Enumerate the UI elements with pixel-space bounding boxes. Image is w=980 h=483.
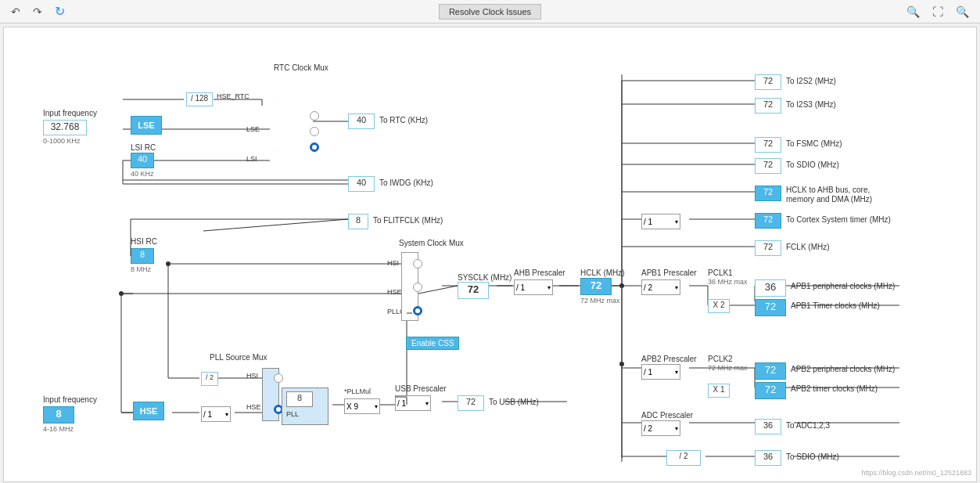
pll-hse-label: HSE xyxy=(246,403,261,411)
i2s2-value: 72 xyxy=(755,74,781,90)
watermark-text: https://blog.csdn.net/m0_12521883 xyxy=(861,469,971,477)
hclk-ahb-value: 72 xyxy=(755,186,781,201)
svg-point-73 xyxy=(119,291,124,296)
rtc-mux-shape xyxy=(270,98,285,151)
hse-freq-value[interactable]: 8 xyxy=(43,406,74,424)
fsmc-value: 72 xyxy=(755,137,781,153)
sysclk-label: SYSCLK (MHz) xyxy=(458,273,512,282)
zoom-out-button[interactable]: 🔍 xyxy=(953,4,972,20)
cortex-div-dropdown[interactable]: / 1 xyxy=(641,214,680,229)
rtc-radio-hse[interactable] xyxy=(310,111,319,121)
usb-value: 72 xyxy=(458,395,484,411)
pclk1-max-label: 36 MHz max xyxy=(708,278,748,286)
sys-radio-pll[interactable] xyxy=(413,306,422,315)
usb-prescaler-label: USB Prescaler xyxy=(395,384,447,393)
usb-label: To USB (MHz) xyxy=(489,398,539,406)
sdio-top-value: 72 xyxy=(755,158,781,174)
iwdg-out-label: To IWDG (KHz) xyxy=(379,178,433,187)
hsi-rc-label: HSI RC xyxy=(131,237,157,246)
pll-src-mux-label: PLL Source Mux xyxy=(210,353,267,362)
refresh-button[interactable]: ↻ xyxy=(52,2,68,20)
lse-input-freq-label: Input frequency xyxy=(43,109,97,117)
lse-range-label: 0-1000 KHz xyxy=(43,137,81,145)
undo-button[interactable]: ↶ xyxy=(8,2,23,20)
flit-out-value: 8 xyxy=(348,214,368,229)
apb2-timer-label: APB2 timer clocks (MHz) xyxy=(791,384,878,393)
sysclk-value: 72 xyxy=(458,282,489,299)
sys-radio-hse[interactable] xyxy=(413,283,422,292)
pll-val-inner: 8 xyxy=(286,391,313,407)
apb1-prescaler-label: APB1 Prescaler xyxy=(641,269,697,277)
hse-input-freq-label: Input frequency xyxy=(43,395,97,404)
apb2-timer-value: 72 xyxy=(755,382,786,399)
fit-button[interactable]: ⛶ xyxy=(929,4,946,20)
rtc-radio-lsi[interactable] xyxy=(310,142,319,152)
pll-mul-dropdown[interactable]: X 9 xyxy=(344,398,380,414)
lse-block: LSE xyxy=(131,116,162,135)
toolbar: ↶ ↷ ↻ Resolve Clock Issues 🔍 ⛶ 🔍 xyxy=(0,0,980,23)
lse-freq-value[interactable]: 32.768 xyxy=(43,120,87,135)
hse-block: HSE xyxy=(133,402,164,420)
zoom-in-button[interactable]: 🔍 xyxy=(903,4,923,20)
svg-point-66 xyxy=(619,283,624,288)
sys-radio-hsi[interactable] xyxy=(413,259,422,269)
pll-block: 8 PLL xyxy=(282,387,328,425)
fclk-value: 72 xyxy=(755,240,781,256)
pll-mul-label: *PLLMul xyxy=(344,387,371,395)
apb1-timer-label: APB1 Timer clocks (MHz) xyxy=(791,301,880,310)
cortex-timer-label: To Cortex System timer (MHz) xyxy=(786,215,891,224)
apb1-periph-value: 36 xyxy=(755,279,786,297)
pclk1-label: PCLK1 xyxy=(708,269,733,277)
pll-inner-label: PLL xyxy=(286,410,332,418)
hse-rtc-label: HSE_RTC xyxy=(217,92,249,100)
apb1-x2-box: X 2 xyxy=(708,299,730,313)
apb2-periph-value: 72 xyxy=(755,362,786,380)
cortex-timer-value: 72 xyxy=(755,213,781,229)
svg-line-7 xyxy=(203,219,348,231)
hsi-mux-label: HSI xyxy=(387,259,399,267)
lsi-value: 40 xyxy=(131,153,154,168)
hclk-label: HCLK (MHz) xyxy=(580,269,625,277)
iwdg-out-value: 40 xyxy=(348,176,375,192)
usb-div-dropdown[interactable]: / 1 xyxy=(395,395,431,411)
pclk2-max-label: 72 MHz max xyxy=(708,364,748,372)
adc-div-dropdown[interactable]: / 2 xyxy=(641,420,680,436)
adc-label: To ADC1,2,3 xyxy=(786,421,830,430)
svg-point-67 xyxy=(166,261,171,266)
ahb-div-dropdown[interactable]: / 1 xyxy=(514,279,553,295)
apb2-periph-label: APB2 peripheral clocks (MHz) xyxy=(791,365,895,373)
enable-css-button[interactable]: Enable CSS xyxy=(406,337,459,350)
lsi-mux-label: LSI xyxy=(246,155,257,163)
hclk-ahb-label: HCLK to AHB bus, core, memory and DMA (M… xyxy=(786,186,896,204)
adc-prescaler-label: ADC Prescaler xyxy=(641,411,693,420)
i2s3-label: To I2S3 (MHz) xyxy=(786,100,836,109)
ahb-prescaler-label: AHB Prescaler xyxy=(514,269,565,277)
fsmc-label: To FSMC (MHz) xyxy=(786,139,842,148)
pclk2-label: PCLK2 xyxy=(708,355,733,363)
i2s3-value: 72 xyxy=(755,98,781,114)
apb2-prescaler-label: APB2 Prescaler xyxy=(641,355,697,363)
lsi-rc-label: LSI RC xyxy=(131,143,156,152)
lse-mux-label: LSE xyxy=(246,125,260,133)
pll-div1-dropdown[interactable]: / 1 xyxy=(201,406,231,422)
sdio-bottom-value: 36 xyxy=(755,450,781,466)
apb1-periph-label: APB1 peripheral clocks (MHz) xyxy=(791,282,895,290)
apb1-div-dropdown[interactable]: / 2 xyxy=(641,279,680,295)
pll-src-radio-hsi[interactable] xyxy=(274,373,283,383)
apb2-div-dropdown[interactable]: / 1 xyxy=(641,364,680,380)
svg-line-59 xyxy=(418,286,458,294)
sdio-bottom-label: To SDIO (MHz) xyxy=(786,452,839,461)
pll-hsi-label: HSI xyxy=(246,372,258,380)
flit-out-label: To FLITFCLK (MHz) xyxy=(373,216,443,225)
redo-button[interactable]: ↷ xyxy=(30,2,45,20)
rtc-out-value: 40 xyxy=(348,114,375,129)
rtc-radio-lse[interactable] xyxy=(310,127,319,136)
adc-value: 36 xyxy=(755,419,781,434)
div128-box: / 128 xyxy=(186,92,213,106)
sysclk-mux-label: System Clock Mux xyxy=(399,239,464,247)
lsi-unit-label: 40 KHz xyxy=(131,170,154,178)
rtc-mux-label: RTC Clock Mux xyxy=(274,63,328,72)
hse-range-label: 4-16 MHz xyxy=(43,425,74,433)
apb1-timer-value: 72 xyxy=(755,299,786,316)
resolve-clock-button[interactable]: Resolve Clock Issues xyxy=(439,4,541,20)
